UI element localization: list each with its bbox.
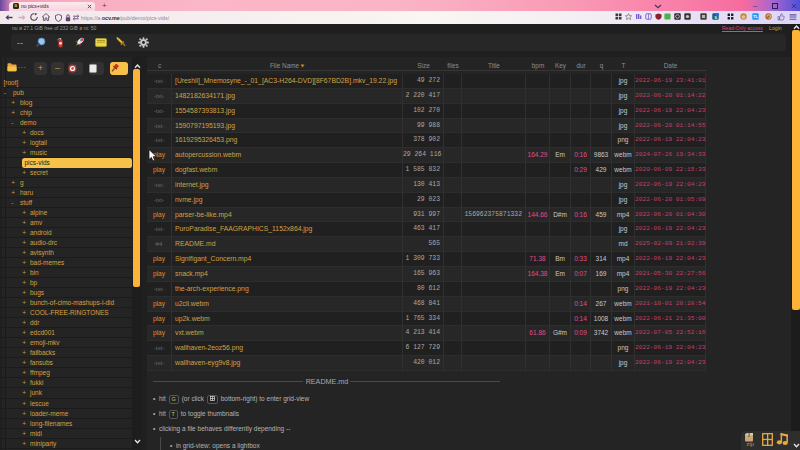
svg-text:TL: TL xyxy=(753,14,759,19)
